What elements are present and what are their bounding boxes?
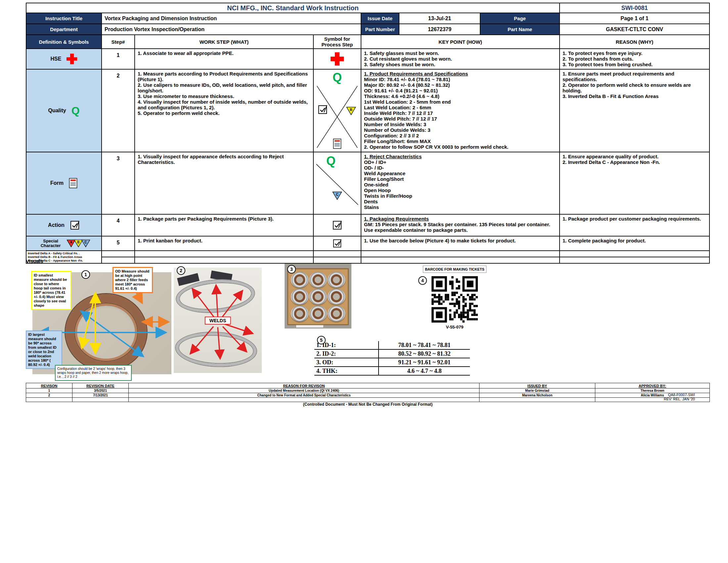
step-number-5: 5 xyxy=(102,236,135,251)
symbol-cell-1 xyxy=(314,49,361,70)
form-code: QA8-F0007-SWI xyxy=(596,393,695,397)
picture-2-welds-photo: WELDS xyxy=(174,267,262,373)
legend-delta-a: Inverted Delta A - Safety Critical Fn. . xyxy=(28,252,100,255)
quality-q-icon: Q xyxy=(326,155,336,167)
figure-number-5: 5 xyxy=(317,336,326,345)
department-value: Production Vortex Inspection/Operation xyxy=(102,24,361,35)
figure-number-1: 1 xyxy=(81,270,90,279)
standard-work-instruction-document: NCI MFG., INC. Standard Work Instruction… xyxy=(26,3,710,263)
work-step-1: 1. Associate to wear all appropriate PPE… xyxy=(135,49,314,70)
gasket-stack xyxy=(328,272,345,288)
symbol-cell-3: Q C xyxy=(314,152,361,214)
definition-cell-special-character: Special Character A B C xyxy=(26,236,102,251)
part-number-label: Part Number xyxy=(361,24,399,35)
instruction-title-value: Vortex Packaging and Dimension Instructi… xyxy=(102,13,361,24)
key-point-4-body: GM: 15 Pieces per stack. 9 Stacks per co… xyxy=(364,221,557,233)
qr-code xyxy=(432,276,478,323)
revision-date: 3/5/2021 xyxy=(72,389,129,393)
revision-reason: Updated Measurement Location (QI VX 2406… xyxy=(129,389,479,393)
measurement-row: 3. OD: 91.21 ~ 91.61 ~ 92.01 xyxy=(314,358,470,367)
key-point-2: 1. Product Requirements and Specificatio… xyxy=(361,70,560,152)
figure-number-4: 4 xyxy=(418,276,427,285)
visuals-section: Visuals xyxy=(26,263,710,382)
qr-code-image xyxy=(432,276,478,323)
page-label: Page xyxy=(480,13,560,24)
instruction-title-label: Instruction Title xyxy=(26,13,102,24)
step-number-4: 4 xyxy=(102,214,135,236)
picture-3-packaging-photo xyxy=(285,263,351,329)
document-number: SWI-0081 xyxy=(560,3,710,13)
symbol-cell-5 xyxy=(314,236,361,251)
step-row-quality: Quality Q 2 1. Measure parts according t… xyxy=(26,70,710,152)
step-number-3: 3 xyxy=(102,152,135,214)
measurement-label: 4. THK: xyxy=(314,367,379,375)
measurement-label: 2. ID-2: xyxy=(314,350,379,358)
key-point-4-title: 1. Packaging Requirements xyxy=(364,216,557,221)
part-name-label: Part Name xyxy=(480,24,560,35)
box-barcode-label xyxy=(296,325,324,328)
gasket-stack xyxy=(309,272,327,288)
svg-text:B: B xyxy=(77,240,79,244)
reason-4: 1. Package product per customer packagin… xyxy=(560,214,710,236)
definition-cell-form: Form xyxy=(26,152,102,214)
meta-row-instruction-title: Instruction Title Vortex Packaging and D… xyxy=(26,13,710,24)
issue-date-label: Issue Date xyxy=(361,13,399,24)
gasket-stack xyxy=(291,306,308,322)
first-aid-cross-icon xyxy=(67,54,77,64)
measurement-value: 78.01 ~ 78.41 ~ 78.81 xyxy=(379,342,470,349)
divider-line xyxy=(314,152,361,214)
measurement-value: 80.52 ~ 80.92 ~ 81.32 xyxy=(379,351,470,357)
measurement-row: 1. ID-1: 78.01 ~ 78.41 ~ 78.81 xyxy=(314,341,470,350)
measurement-row: 2. ID-2: 80.52 ~ 80.92 ~ 81.32 xyxy=(314,350,470,358)
definition-cell-quality: Quality Q xyxy=(26,70,102,152)
key-point-2-body: Minor ID: 78.41 +/- 0.4 (78.01 ~ 78.81) … xyxy=(364,76,557,150)
step-number-1: 1 xyxy=(102,49,135,70)
weld-check-icon xyxy=(332,220,342,230)
work-step-4: 1. Package parts per Packaging Requireme… xyxy=(135,214,314,236)
shipping-box xyxy=(287,268,349,325)
key-point-4: 1. Packaging Requirements GM: 15 Pieces … xyxy=(361,214,560,236)
step-row-form: Form 3 1. Visually inspect for appearanc… xyxy=(26,152,710,214)
department-label: Department xyxy=(26,24,102,35)
approved-by-header: APPROVED BY: xyxy=(595,383,709,389)
definition-symbols-header: Definition & Symbols xyxy=(26,35,102,49)
title-row: NCI MFG., INC. Standard Work Instruction… xyxy=(26,3,710,13)
step-row-hse: HSE 1 1. Associate to wear all appropria… xyxy=(26,49,710,70)
controlled-document-note: (Controlled Document - Must Not Be Chang… xyxy=(26,402,710,407)
document-title: NCI MFG., INC. Standard Work Instruction xyxy=(26,3,560,13)
symbol-cell-4 xyxy=(314,214,361,236)
meta-row-department: Department Production Vortex Inspection/… xyxy=(26,24,710,35)
reason-for-revision-header: REASON FOR REVISON xyxy=(129,383,479,389)
measurement-value: 4.6 ~ 4.7 ~ 4.8 xyxy=(379,368,470,375)
revision-date: 7/13/2021 xyxy=(72,393,129,398)
weld-check-icon xyxy=(333,239,342,248)
form-label: Form xyxy=(50,180,64,186)
empty-strip xyxy=(102,251,710,263)
quality-q-icon: Q xyxy=(333,71,342,83)
work-step-3: 1. Visually inspect for appearance defec… xyxy=(135,152,314,214)
work-step-header: WORK STEP (WHAT) xyxy=(135,35,314,49)
form-revision-note: REV: REL. JAN '20 xyxy=(596,397,695,401)
measurement-summary-table: 1. ID-1: 78.01 ~ 78.41 ~ 78.81 2. ID-2: … xyxy=(314,341,470,376)
step-header: Step# xyxy=(102,35,135,49)
revision-number: 1 xyxy=(26,389,72,393)
form-code-block: QA8-F0007-SWI REV: REL. JAN '20 xyxy=(596,393,695,401)
part-name-value: GASKET-CTLTC CONV xyxy=(560,24,710,35)
reason-5: 1. Complete packaging for product. xyxy=(560,236,710,251)
key-point-1: 1. Safety glasses must be worn. 2. Cut r… xyxy=(361,49,560,70)
revision-date-header: REVISION DATE xyxy=(72,383,129,389)
revision-issued-by: Mareena Nicholson xyxy=(479,393,595,398)
inverted-delta-c-icon: C xyxy=(332,191,342,200)
first-aid-cross-icon xyxy=(331,52,344,66)
weld-check-icon xyxy=(318,105,328,115)
callout-id-smallest: ID smallest measure should be close to w… xyxy=(31,271,71,310)
column-header-row: Definition & Symbols Step# WORK STEP (WH… xyxy=(26,35,710,49)
barcode-title: BARCODE FOR MAKING TICKETS xyxy=(423,265,486,273)
work-step-5: 1. Print kanban for product. xyxy=(135,236,314,251)
special-character-label: Special Character xyxy=(37,239,64,248)
gasket-stack xyxy=(309,306,327,322)
gasket-stack xyxy=(291,272,308,288)
symbol-header: Symbol for Process Step xyxy=(314,35,361,49)
definition-cell-hse: HSE xyxy=(26,49,102,70)
figure-number-2: 2 xyxy=(177,266,185,275)
